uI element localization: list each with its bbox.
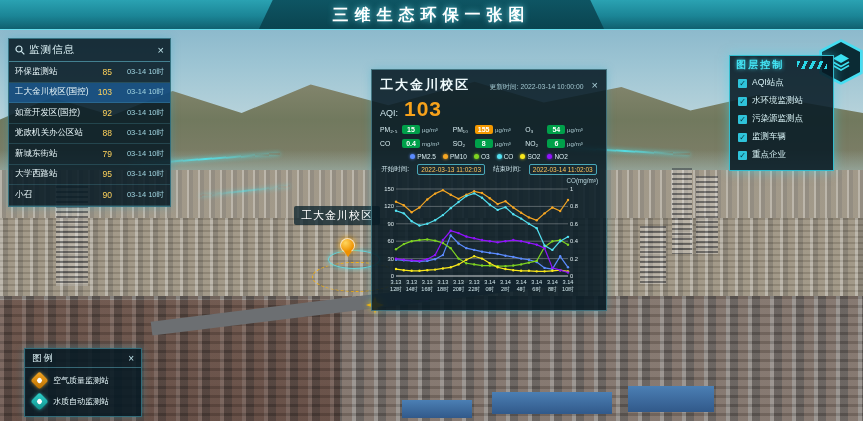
station-row[interactable]: 如意开发区(国控)9203-14 10时 — [9, 103, 170, 124]
end-time-input[interactable]: 2022-03-14 11:02:03 — [529, 164, 597, 175]
layer-label: AQI站点 — [752, 77, 784, 89]
map-building — [696, 176, 718, 254]
layer-item[interactable]: ✓污染源监测点 — [730, 110, 833, 128]
station-aqi-value: 95 — [92, 169, 112, 179]
checkbox-checked-icon[interactable]: ✓ — [738, 133, 747, 142]
pollutant-unit: µg/m³ — [495, 126, 511, 132]
close-icon[interactable]: × — [592, 79, 598, 91]
legend-item[interactable]: NO2 — [547, 153, 567, 160]
layer-label: 污染源监测点 — [752, 113, 803, 125]
svg-text:3.1320时: 3.1320时 — [453, 279, 465, 292]
legend-item[interactable]: CO — [497, 153, 514, 160]
layer-item[interactable]: ✓水环境监测站 — [730, 92, 833, 110]
station-aqi-value: 90 — [92, 190, 112, 200]
start-time-input[interactable]: 2022-03-13 11:02:03 — [417, 164, 485, 175]
svg-text:3.1318时: 3.1318时 — [437, 279, 449, 292]
end-time-label: 结束时间: — [493, 165, 521, 174]
legend-item[interactable]: O3 — [474, 153, 490, 160]
pollutant-unit: µg/m³ — [567, 140, 583, 146]
layer-list: ✓AQI站点✓水环境监测站✓污染源监测点✓监测车辆✓重点企业 — [730, 74, 833, 164]
pollutant-value-chip: 155 — [475, 125, 493, 134]
close-icon[interactable]: × — [128, 353, 134, 364]
layer-item[interactable]: ✓重点企业 — [730, 146, 833, 164]
svg-text:3.148时: 3.148时 — [547, 279, 558, 292]
svg-text:3.144时: 3.144时 — [516, 279, 527, 292]
station-row[interactable]: 环保监测站8503-14 10时 — [9, 62, 170, 83]
svg-text:3.1410时: 3.1410时 — [562, 279, 574, 292]
station-row[interactable]: 小召9003-14 10时 — [9, 185, 170, 206]
station-aqi-value: 79 — [92, 149, 112, 159]
map-warehouse — [628, 386, 714, 412]
aqi-value: 103 — [404, 97, 442, 121]
page-title: 三维生态环保一张图 — [0, 5, 863, 26]
aqi-label: AQI: — [380, 108, 398, 118]
svg-text:120: 120 — [384, 203, 394, 209]
legend-item[interactable]: SO2 — [520, 153, 540, 160]
station-row[interactable]: 工大金川校区(国控)10303-14 10时 — [9, 83, 170, 104]
map-warehouse — [492, 392, 612, 414]
station-name: 工大金川校区(国控) — [15, 86, 92, 98]
legend-item[interactable]: 空气质量监测站 — [25, 368, 141, 389]
svg-text:0.4: 0.4 — [570, 238, 579, 244]
map-warehouse — [402, 400, 472, 418]
station-row[interactable]: 党政机关办公区站8803-14 10时 — [9, 124, 170, 145]
checkbox-checked-icon[interactable]: ✓ — [738, 151, 747, 160]
svg-text:3.1322时: 3.1322时 — [468, 279, 480, 292]
checkbox-checked-icon[interactable]: ✓ — [738, 97, 747, 106]
top-header-bar: 三维生态环保一张图 — [0, 0, 863, 30]
legend-dot-icon — [497, 154, 502, 159]
pollutant-cell: CO0.4mg/m³ — [380, 139, 453, 148]
legend-label: SO2 — [527, 153, 540, 160]
pollutant-unit: mg/m³ — [422, 140, 439, 146]
update-time-value: 2022-03-14 10:00:00 — [520, 83, 583, 90]
layer-label: 重点企业 — [752, 149, 786, 161]
pollutant-value-chip: 8 — [475, 139, 493, 148]
station-name: 小召 — [15, 189, 92, 201]
legend-label: PM2.5 — [417, 153, 436, 160]
station-row[interactable]: 大学西路站9503-14 10时 — [9, 165, 170, 186]
station-update-time: 03-14 10时 — [112, 67, 164, 77]
close-icon[interactable]: × — [158, 44, 164, 56]
layer-item[interactable]: ✓AQI站点 — [730, 74, 833, 92]
station-update-time: 03-14 10时 — [112, 87, 164, 97]
svg-text:3.140时: 3.140时 — [484, 279, 495, 292]
legend-marker-icon — [30, 392, 48, 410]
layer-panel-title: 图层控制 — [736, 58, 797, 72]
pollutant-value-chip: 6 — [547, 139, 565, 148]
station-update-time: 03-14 10时 — [112, 190, 164, 200]
legend-label: 水质自动监测站 — [53, 396, 109, 407]
pollutant-cell: PM₂.₅15µg/m³ — [380, 125, 453, 134]
pollutant-label: CO — [380, 140, 402, 147]
map-station-label[interactable]: 工大金川校区 — [294, 206, 380, 225]
legend-item[interactable]: 水质自动监测站 — [25, 389, 141, 410]
layer-item[interactable]: ✓监测车辆 — [730, 128, 833, 146]
station-update-time: 03-14 10时 — [112, 128, 164, 138]
map-building — [672, 168, 692, 254]
station-row[interactable]: 新城东街站7903-14 10时 — [9, 144, 170, 165]
legend-panel-header: 图例 × — [25, 349, 141, 368]
station-name: 大学西路站 — [15, 168, 92, 180]
svg-text:30: 30 — [388, 256, 394, 262]
legend-dot-icon — [520, 154, 525, 159]
station-name: 如意开发区(国控) — [15, 107, 92, 119]
map-building — [640, 226, 666, 284]
stripes-decoration-icon — [797, 61, 827, 69]
checkbox-checked-icon[interactable]: ✓ — [738, 79, 747, 88]
app-screen: 工大金川校区 三维生态环保一张图 监测信息 × 环保监测站8503-14 10时… — [0, 0, 863, 421]
pollutant-label: PM₁₀ — [453, 126, 475, 133]
station-aqi-value: 88 — [92, 128, 112, 138]
legend-label: 空气质量监测站 — [53, 375, 109, 386]
station-marker-icon[interactable] — [340, 238, 355, 253]
pollutant-value-chip: 0.4 — [402, 139, 420, 148]
svg-text:0.8: 0.8 — [570, 203, 578, 209]
checkbox-checked-icon[interactable]: ✓ — [738, 115, 747, 124]
popup-title: 工大金川校区 — [380, 76, 470, 94]
legend-item[interactable]: PM10 — [443, 153, 467, 160]
pollutant-grid: PM₂.₅15µg/m³PM₁₀155µg/m³O₃54µg/m³CO0.4mg… — [380, 125, 598, 148]
station-panel-header: 监测信息 × — [9, 39, 170, 62]
station-update-time: 03-14 10时 — [112, 108, 164, 118]
station-name: 环保监测站 — [15, 66, 92, 78]
station-aqi-value: 92 — [92, 108, 112, 118]
station-detail-popup: 工大金川校区 更新时间: 2022-03-14 10:00:00 × AQI: … — [371, 69, 607, 311]
legend-item[interactable]: PM2.5 — [410, 153, 436, 160]
